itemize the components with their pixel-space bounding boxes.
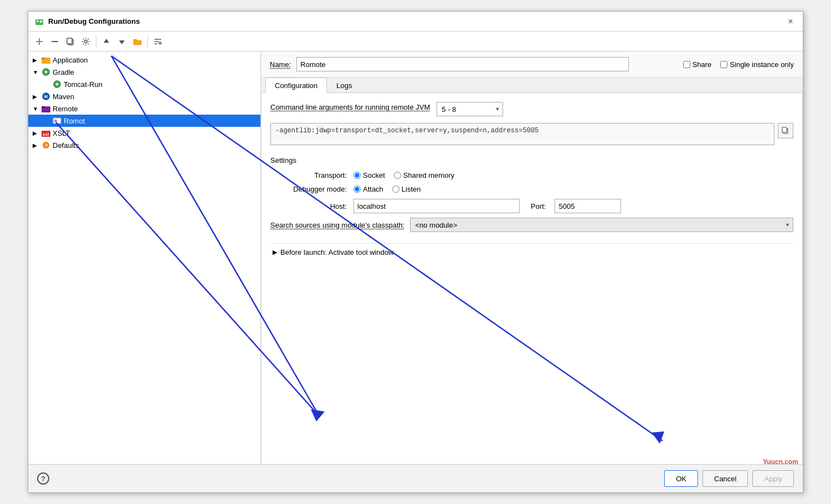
debugger-listen-radio[interactable] — [392, 186, 399, 193]
transport-socket-option[interactable]: Socket — [353, 171, 385, 179]
config-tree: ▶ Application ▼ Gradle Tomca — [28, 52, 261, 464]
sidebar-item-tomcat-run[interactable]: Tomcat-Run — [28, 78, 260, 90]
gradle-icon — [42, 68, 50, 76]
sidebar-item-maven[interactable]: ▶ M Maven — [28, 90, 260, 102]
debugger-attach-label: Attach — [363, 185, 383, 193]
svg-rect-5 — [52, 41, 58, 42]
romot-label: Romot — [64, 117, 85, 125]
tab-content-configuration: Command line arguments for running remot… — [261, 93, 803, 464]
copy-cmd-button[interactable] — [778, 123, 793, 138]
cmd-label: Command line arguments for running remot… — [270, 103, 430, 111]
debugger-listen-option[interactable]: Listen — [392, 185, 421, 193]
dialog-title: Run/Debug Configurations — [48, 17, 140, 25]
ok-button[interactable]: OK — [664, 470, 698, 487]
svg-rect-29 — [782, 127, 787, 132]
transport-label: Transport: — [275, 171, 347, 179]
svg-text:xsl: xsl — [43, 132, 49, 137]
share-checkbox[interactable] — [683, 61, 690, 68]
single-instance-checkbox[interactable] — [720, 61, 727, 68]
svg-text:R: R — [54, 119, 57, 123]
transport-socket-radio[interactable] — [353, 172, 361, 179]
sort-button[interactable] — [151, 35, 165, 48]
close-button[interactable]: × — [785, 16, 796, 27]
share-label: Share — [693, 60, 712, 69]
title-bar: Run/Debug Configurations × — [28, 12, 803, 32]
settings-section-title: Settings — [270, 156, 793, 164]
svg-point-15 — [45, 71, 47, 73]
help-label: ? — [41, 475, 45, 483]
svg-rect-4 — [36, 41, 43, 42]
cmd-textarea[interactable] — [270, 123, 774, 145]
classpath-select[interactable]: <no module> — [410, 218, 793, 232]
host-input[interactable] — [353, 199, 520, 213]
ok-label: OK — [676, 475, 686, 483]
svg-text:M: M — [44, 95, 48, 99]
folder-button[interactable] — [131, 35, 144, 48]
version-select-wrapper[interactable]: 5 - 8 9+ legacy — [437, 102, 503, 116]
remove-config-button[interactable] — [48, 35, 61, 48]
name-input[interactable] — [296, 57, 629, 71]
apply-label: Apply — [764, 475, 782, 483]
copy-config-button[interactable] — [64, 35, 77, 48]
transport-radio-group: Socket Shared memory — [353, 171, 454, 179]
single-instance-option[interactable]: Single instance only — [720, 60, 794, 69]
svg-point-8 — [85, 40, 88, 43]
application-icon — [42, 55, 50, 64]
tab-logs[interactable]: Logs — [327, 78, 361, 93]
add-config-button[interactable] — [33, 35, 46, 48]
expand-arrow-application: ▶ — [33, 57, 39, 63]
toolbar-separator-2 — [147, 36, 148, 47]
gradle-label: Gradle — [53, 68, 74, 76]
romot-icon: R — [53, 116, 61, 125]
expand-arrow-xslt: ▶ — [33, 130, 39, 136]
debugger-mode-radio-group: Attach Listen — [353, 185, 421, 193]
cmd-version-row: Command line arguments for running remot… — [270, 102, 793, 116]
sidebar-item-application[interactable]: ▶ Application — [28, 54, 260, 66]
sidebar-item-gradle[interactable]: ▼ Gradle — [28, 66, 260, 78]
sidebar-item-xslt[interactable]: ▶ xsl XSLT — [28, 127, 260, 139]
maven-label: Maven — [53, 92, 74, 101]
host-label: Host: — [275, 202, 347, 210]
dialog-icon — [35, 17, 44, 26]
cancel-label: Cancel — [714, 475, 736, 483]
sidebar-item-defaults[interactable]: ▶ ⚙ Defaults — [28, 139, 260, 151]
expand-arrow-remote: ▼ — [33, 106, 39, 112]
name-field-label: Name: — [270, 60, 291, 69]
toolbar — [28, 32, 803, 52]
settings-button[interactable] — [79, 35, 93, 48]
sidebar-item-remote[interactable]: ▼ Remote — [28, 102, 260, 115]
toolbar-separator-1 — [96, 36, 96, 47]
tomcat-run-icon — [53, 80, 61, 89]
before-launch-section: ▶ Before launch: Activate tool window — [270, 243, 793, 261]
port-input[interactable] — [555, 199, 621, 213]
debugger-attach-option[interactable]: Attach — [353, 185, 383, 193]
sidebar-item-romot[interactable]: R Romot — [28, 115, 260, 127]
port-label: Port: — [531, 202, 546, 210]
svg-text:⚙: ⚙ — [44, 143, 48, 148]
classpath-row: Search sources using module's classpath:… — [270, 218, 793, 232]
transport-shared-memory-option[interactable]: Shared memory — [394, 171, 454, 179]
apply-button[interactable]: Apply — [752, 470, 794, 487]
help-button[interactable]: ? — [37, 472, 49, 485]
classpath-select-wrapper[interactable]: <no module> — [410, 218, 793, 232]
before-launch-header[interactable]: ▶ Before launch: Activate tool window — [273, 248, 791, 256]
share-option[interactable]: Share — [683, 60, 712, 69]
debugger-attach-radio[interactable] — [353, 186, 361, 193]
maven-icon: M — [42, 92, 50, 101]
tab-configuration[interactable]: Configuration — [265, 78, 327, 93]
xslt-label: XSLT — [53, 129, 70, 137]
right-panel: Name: Share Single instance only Confi — [261, 52, 803, 464]
transport-socket-label: Socket — [363, 171, 385, 179]
classpath-label: Search sources using module's classpath: — [270, 221, 404, 229]
name-options: Share Single instance only — [683, 60, 794, 69]
cancel-button[interactable]: Cancel — [702, 470, 748, 487]
before-launch-label: Before launch: Activate tool window — [280, 248, 394, 256]
tab-logs-label: Logs — [336, 81, 352, 90]
transport-shared-memory-radio[interactable] — [394, 172, 401, 179]
svg-rect-21 — [42, 106, 45, 108]
svg-point-17 — [56, 83, 58, 85]
debugger-mode-label: Debugger mode: — [275, 185, 347, 193]
version-select[interactable]: 5 - 8 9+ legacy — [437, 102, 503, 116]
move-up-button[interactable] — [100, 35, 113, 48]
move-down-button[interactable] — [115, 35, 129, 48]
